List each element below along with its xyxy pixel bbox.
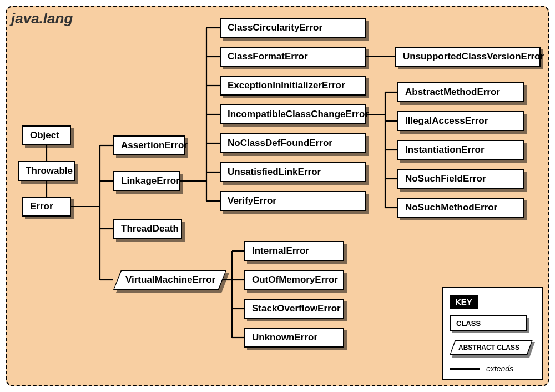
class-outofmemoryerror: OutOfMemoryError [244,270,344,290]
class-stackoverflowerror: StackOverflowError [244,299,344,319]
class-illegalaccesserror: IllegalAccessError [397,111,524,131]
class-label: VirtualMachineError [114,271,225,289]
class-object: Object [22,125,71,145]
legend-extends-row: extends [450,364,535,373]
class-error: Error [22,197,71,217]
class-unsatisfiedlinkerror: UnsatisfiedLinkError [220,162,366,182]
legend-box: KEY CLASS ABSTRACT CLASS extends [442,287,543,380]
class-threaddeath: ThreadDeath [113,219,182,239]
class-verifyerror: VerifyError [220,191,366,211]
class-instantiationerror: InstantiationError [397,140,524,160]
legend-extends-label: extends [486,364,513,373]
class-linkageerror: LinkageError [113,171,180,191]
class-unknownerror: UnknownError [244,328,344,348]
package-title: java.lang [11,10,73,27]
class-nosuchfielderror: NoSuchFieldError [397,169,524,189]
class-assertionerror: AssertionError [113,135,185,155]
class-virtualmachineerror: VirtualMachineError [113,270,226,290]
class-throwable: Throwable [18,161,75,181]
diagram-canvas: java.lang [0,0,555,392]
legend-title: KEY [450,295,478,309]
legend-class-swatch: CLASS [450,315,527,331]
class-unsupportedclassversionerror: UnsupportedClassVersionError [395,47,541,67]
legend-abstract-swatch: ABSTRACT CLASS [450,340,533,355]
class-exceptionininitializererror: ExceptionInInitializerError [220,76,366,96]
class-internalerror: InternalError [244,241,344,261]
class-classformaterror: ClassFormatError [220,47,366,67]
class-nosuchmethoderror: NoSuchMethodError [397,198,524,218]
legend-line-icon [450,368,480,370]
legend-abstract-label: ABSTRACT CLASS [451,341,532,354]
class-incompatibleclasschangeerror: IncompatibleClassChangeError [220,104,366,124]
class-classcircularityerror: ClassCircularityError [220,18,366,38]
class-abstractmethoderror: AbstractMethodError [397,82,524,102]
class-noclassdeffounderror: NoClassDefFoundError [220,133,366,153]
